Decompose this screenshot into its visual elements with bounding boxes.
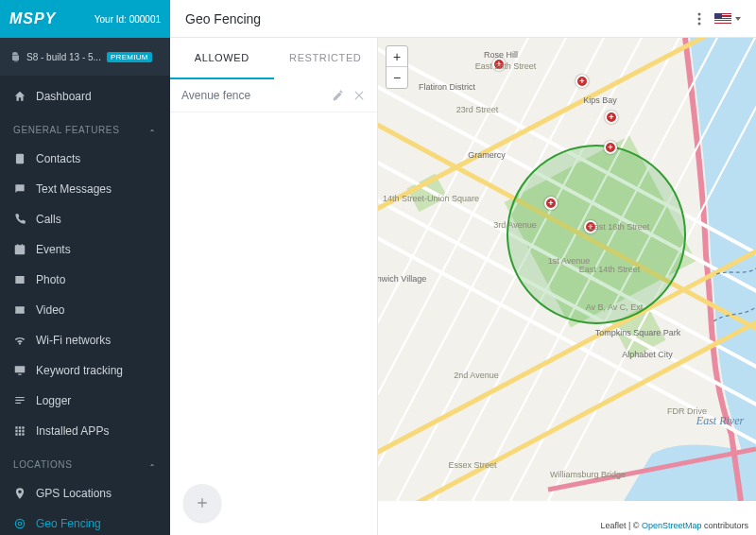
attribution-text: contributors: [701, 521, 748, 530]
map-label: Rose Hill: [484, 50, 518, 60]
map-label: 3rd Avenue: [493, 220, 536, 230]
sidebar-item-wifi[interactable]: Wi-Fi networks: [0, 325, 170, 355]
sidebar-item-text-messages[interactable]: Text Messages: [0, 174, 170, 204]
fence-panel: ALLOWED RESTRICTED Avenue fence: [170, 38, 378, 535]
map-marker[interactable]: +: [605, 111, 618, 124]
device-name: S8 - build 13 - 5...: [26, 52, 101, 62]
video-icon: [13, 303, 26, 317]
svg-point-1: [18, 522, 22, 526]
sidebar-item-label: Keyword tracking: [36, 364, 123, 377]
fence-tabs: ALLOWED RESTRICTED: [170, 38, 377, 79]
monitor-icon: [13, 364, 26, 377]
sidebar-item-label: Events: [36, 243, 71, 256]
sidebar-item-label: Calls: [36, 213, 61, 226]
map-marker[interactable]: +: [604, 141, 617, 154]
zoom-out-button[interactable]: −: [387, 67, 407, 88]
main: Geo Fencing ALLOWED RESTRICTED Avenue fe…: [170, 0, 756, 535]
attribution-text: | ©: [626, 521, 641, 530]
map-attribution: Leaflet | © OpenStreetMap contributors: [595, 519, 753, 532]
tab-allowed[interactable]: ALLOWED: [170, 38, 274, 79]
sidebar: MSPY Your Id: 000001 S8 - build 13 - 5..…: [0, 0, 170, 535]
close-icon[interactable]: [352, 89, 366, 102]
svg-point-3: [698, 17, 701, 20]
sidebar-item-video[interactable]: Video: [0, 295, 170, 325]
map-marker[interactable]: +: [544, 197, 558, 210]
map-marker[interactable]: +: [576, 75, 589, 88]
svg-point-4: [698, 22, 701, 25]
sidebar-item-calls[interactable]: Calls: [0, 204, 170, 234]
sidebar-item-label: Photo: [36, 273, 65, 286]
sidebar-item-label: Wi-Fi networks: [36, 334, 111, 347]
map-label: Essex Street: [448, 460, 496, 470]
geofence-circle[interactable]: [507, 145, 686, 324]
chevron-up-icon: [147, 460, 157, 470]
fence-name: Avenue fence: [181, 89, 250, 102]
map-label: Av B, Av C, Ext: [586, 302, 644, 312]
map-label: 14th Street-Union Square: [383, 194, 479, 203]
zoom-label: −: [393, 70, 401, 85]
tab-restricted[interactable]: RESTRICTED: [274, 38, 378, 79]
sidebar-item-label: Geo Fencing: [36, 517, 101, 530]
sidebar-item-contacts[interactable]: Contacts: [0, 144, 170, 174]
map[interactable]: ++++++ Rose HillEast 28th StreetFlatiron…: [378, 38, 756, 535]
sidebar-item-photo[interactable]: Photo: [0, 265, 170, 295]
attribution-link-text: OpenStreetMap: [642, 521, 702, 530]
fence-row[interactable]: Avenue fence: [170, 79, 377, 112]
zoom-in-button[interactable]: +: [387, 46, 407, 67]
language-selector[interactable]: [714, 13, 741, 25]
sidebar-item-logger[interactable]: Logger: [0, 386, 170, 416]
sidebar-item-geo-fencing[interactable]: Geo Fencing: [0, 509, 170, 535]
svg-point-2: [698, 12, 701, 15]
apps-icon: [13, 424, 26, 438]
edit-icon[interactable]: [332, 89, 345, 102]
user-id-label: Your Id: 000001: [94, 14, 161, 25]
section-general-features[interactable]: GENERAL FEATURES: [0, 112, 170, 144]
sidebar-item-installed-apps[interactable]: Installed APPs: [0, 416, 170, 446]
map-label: 2nd Avenue: [454, 371, 498, 380]
chevron-up-icon: [147, 126, 157, 135]
map-label: East River: [696, 414, 744, 428]
sidebar-item-gps-locations[interactable]: GPS Locations: [0, 478, 170, 509]
target-icon: [13, 517, 26, 530]
message-icon: [13, 182, 26, 196]
attribution-link[interactable]: OpenStreetMap: [642, 521, 702, 530]
map-label: East 14th Street: [579, 265, 641, 274]
map-label: Greenwich Village: [378, 274, 426, 284]
map-label: 23rd Street: [456, 105, 499, 114]
caret-down-icon: [735, 17, 741, 21]
sidebar-item-events[interactable]: Events: [0, 234, 170, 265]
calendar-icon: [13, 243, 26, 256]
topbar: Geo Fencing: [170, 0, 756, 38]
tab-label: RESTRICTED: [289, 52, 361, 63]
map-label: Flatiron District: [419, 82, 475, 92]
section-label: GENERAL FEATURES: [13, 125, 119, 135]
add-fence-button[interactable]: [183, 484, 221, 522]
map-label: Alphabet City: [622, 350, 673, 359]
image-icon: [13, 273, 26, 286]
zoom-control: + −: [386, 45, 408, 89]
more-vert-icon[interactable]: [697, 12, 701, 26]
zoom-label: +: [393, 49, 401, 64]
map-label: East 28th Street: [475, 61, 537, 71]
map-label: Gramercy: [468, 150, 506, 160]
sidebar-item-label: Installed APPs: [36, 424, 109, 438]
plus-icon: [195, 495, 210, 510]
brand-bar: MSPY Your Id: 000001: [0, 0, 170, 38]
content: ALLOWED RESTRICTED Avenue fence: [170, 38, 756, 535]
sidebar-item-label: Contacts: [36, 152, 80, 165]
map-label: Tompkins Square Park: [595, 328, 681, 337]
map-label: Kips Bay: [583, 95, 617, 105]
sidebar-item-label: GPS Locations: [36, 487, 112, 500]
map-label: East 16th Street: [589, 222, 650, 232]
topbar-actions: [697, 12, 741, 26]
attribution-text: Leaflet: [600, 521, 626, 530]
brand-logo: MSPY: [9, 10, 56, 27]
sidebar-item-keyword-tracking[interactable]: Keyword tracking: [0, 355, 170, 386]
home-icon: [13, 90, 26, 103]
sidebar-item-dashboard[interactable]: Dashboard: [0, 81, 170, 112]
device-selector[interactable]: S8 - build 13 - 5... PREMIUM: [0, 38, 170, 76]
premium-badge: PREMIUM: [107, 52, 152, 62]
phone-icon: [13, 213, 26, 226]
section-locations[interactable]: LOCATIONS: [0, 446, 170, 478]
map-label: Williamsburg Bridge: [550, 470, 626, 479]
